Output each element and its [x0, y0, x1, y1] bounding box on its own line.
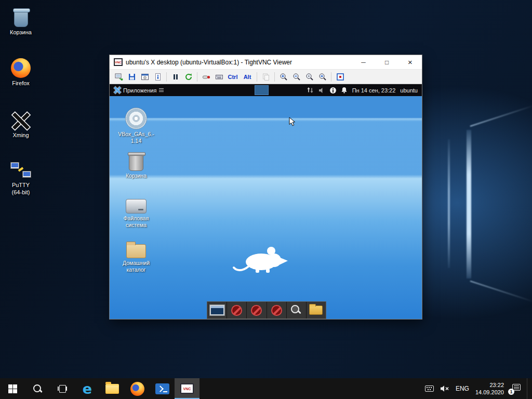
- task-view-icon: [58, 384, 67, 393]
- start-button[interactable]: [0, 378, 25, 399]
- dock-launcher-button[interactable]: [267, 302, 287, 318]
- dock-search-button[interactable]: [287, 302, 307, 318]
- volume-icon[interactable]: [318, 87, 325, 94]
- file-transfer-button[interactable]: [260, 71, 272, 83]
- touch-keyboard-icon: [425, 385, 434, 392]
- save-icon: [128, 73, 136, 81]
- xming-icon: [11, 111, 30, 130]
- zoom-out-button[interactable]: [290, 71, 302, 83]
- close-button[interactable]: ×: [398, 55, 422, 69]
- applications-menu-button[interactable]: Приложения: [110, 84, 168, 96]
- connection-options-icon: [141, 73, 149, 81]
- taskbar-edge-button[interactable]: e: [75, 378, 100, 399]
- trash-icon: [129, 154, 143, 171]
- hard-drive-icon: [126, 199, 147, 214]
- dock-launcher-button[interactable]: [247, 302, 267, 318]
- connection-options-button[interactable]: [139, 71, 151, 83]
- recycle-bin-icon: [14, 10, 28, 27]
- zoom-in-icon: [280, 73, 288, 81]
- windows-taskbar: e VNC ENG 23:22 14.09.2020 1: [0, 378, 532, 399]
- remote-desktop: VBox_GAs_6.- 1.14 Корзина Файловая систе…: [110, 96, 422, 319]
- taskbar-clock[interactable]: 23:22 14.09.2020: [475, 381, 504, 396]
- dock-launcher-button[interactable]: [227, 302, 247, 318]
- remote-icon-vbox-ga[interactable]: VBox_GAs_6.- 1.14: [113, 105, 159, 144]
- connection-info-icon: [154, 73, 162, 81]
- action-center-button[interactable]: 1: [510, 384, 521, 393]
- xfce-clock[interactable]: Пн 14 сен, 23:22: [352, 87, 396, 94]
- toolbar-separator: [331, 72, 331, 82]
- search-icon: [33, 384, 42, 393]
- menu-lines-icon: [159, 88, 164, 92]
- notification-info-icon[interactable]: [330, 87, 336, 94]
- touch-keyboard-button[interactable]: [425, 385, 434, 392]
- remote-icon-label: Корзина: [113, 172, 159, 179]
- mouse-cursor: [289, 117, 296, 127]
- zoom-auto-icon: [318, 73, 327, 81]
- zoom-auto-button[interactable]: [316, 71, 328, 83]
- desktop-icon-xming[interactable]: Xming: [1, 108, 41, 139]
- taskbar-vnc-button[interactable]: VNC: [175, 378, 200, 399]
- remote-icon-label: Файловая система: [113, 215, 159, 228]
- ctrl-alt-del-button[interactable]: [200, 71, 212, 83]
- firefox-icon: [130, 382, 144, 396]
- edge-icon: e: [83, 382, 92, 396]
- remote-icon-trash[interactable]: Корзина: [113, 147, 159, 179]
- taskbar-powershell-button[interactable]: [150, 378, 175, 399]
- refresh-button[interactable]: [182, 71, 194, 83]
- dock-terminal-button[interactable]: [207, 302, 227, 318]
- bell-icon[interactable]: [341, 87, 348, 94]
- task-view-button[interactable]: [50, 378, 75, 399]
- pause-icon: [171, 73, 180, 81]
- xfce-mouse-logo: [233, 245, 290, 275]
- remote-icon-filesystem[interactable]: Файловая система: [113, 190, 159, 228]
- taskbar-search-button[interactable]: [25, 378, 50, 399]
- ctrl-button[interactable]: Ctrl: [226, 71, 240, 83]
- keyboard-button[interactable]: [213, 71, 225, 83]
- zoom-100-button[interactable]: [303, 71, 315, 83]
- taskbar-date: 14.09.2020: [475, 389, 504, 396]
- remote-icon-home[interactable]: Домашний каталог: [113, 234, 159, 273]
- volume-muted-button[interactable]: [440, 385, 449, 392]
- tightvnc-window: VNC ubuntu's X desktop (ubuntu-VirtualBo…: [110, 55, 422, 319]
- maximize-button[interactable]: □: [375, 55, 398, 69]
- toolbar-separator: [257, 72, 257, 82]
- desktop-icon-putty[interactable]: PuTTY (64-bit): [1, 158, 41, 196]
- taskbar-firefox-button[interactable]: [125, 378, 150, 399]
- vnc-logo-icon: VNC: [180, 383, 194, 394]
- desktop-icon-firefox[interactable]: Firefox: [1, 56, 41, 87]
- cd-disc-icon: [125, 108, 147, 129]
- applications-menu-label: Приложения: [123, 87, 156, 94]
- fullscreen-button[interactable]: [334, 71, 346, 83]
- xfce-panel: Приложения Пн 14 сен, 23:22 ubuntu: [110, 84, 422, 96]
- show-desktop-button[interactable]: [527, 378, 530, 399]
- vnc-logo-icon: VNC: [114, 58, 123, 66]
- xorg-logo-icon: [114, 87, 121, 94]
- windows-logo-icon: [8, 384, 17, 393]
- vnc-titlebar[interactable]: VNC ubuntu's X desktop (ubuntu-VirtualBo…: [110, 55, 422, 69]
- missing-icon: [271, 305, 282, 316]
- zoom-out-icon: [292, 73, 301, 81]
- save-session-button[interactable]: [126, 71, 138, 83]
- dock-files-button[interactable]: [307, 302, 326, 318]
- session-user-menu[interactable]: ubuntu: [400, 87, 418, 94]
- vnc-toolbar: Ctrl Alt: [110, 69, 422, 84]
- minimize-button[interactable]: ─: [352, 55, 375, 69]
- pause-button[interactable]: [169, 71, 181, 83]
- powershell-icon: [155, 383, 169, 394]
- zoom-in-button[interactable]: [277, 71, 289, 83]
- desktop-icon-recycle-bin[interactable]: Корзина: [1, 5, 41, 36]
- keyboard-icon: [215, 73, 223, 81]
- network-updown-icon[interactable]: [307, 87, 314, 94]
- new-connection-button[interactable]: [113, 71, 125, 83]
- connection-info-button[interactable]: [152, 71, 164, 83]
- toolbar-separator: [274, 72, 275, 82]
- active-window-button[interactable]: [255, 85, 269, 95]
- language-indicator[interactable]: ENG: [456, 385, 469, 392]
- desktop-icon-label: Xming: [1, 132, 41, 139]
- alt-button[interactable]: Alt: [241, 71, 254, 83]
- taskbar-explorer-button[interactable]: [100, 378, 125, 399]
- ctrl-alt-del-icon: [202, 73, 210, 81]
- new-connection-icon: [115, 73, 123, 81]
- taskbar-time: 23:22: [475, 381, 504, 389]
- desktop-icon-label: PuTTY (64-bit): [1, 182, 41, 196]
